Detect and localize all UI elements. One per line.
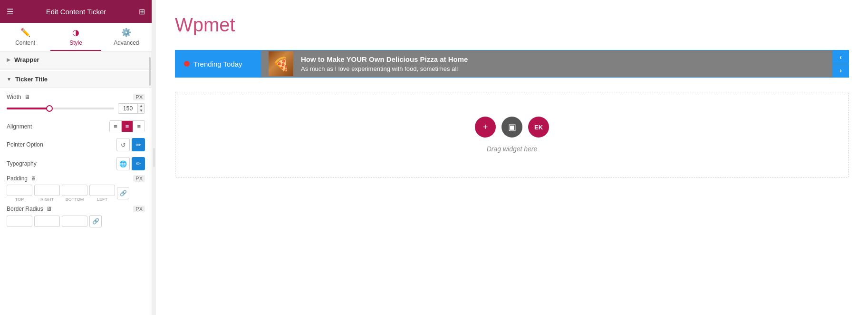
align-right-btn[interactable]: ≡ xyxy=(133,121,145,132)
add-widget-btn[interactable]: + xyxy=(475,117,496,138)
padding-left-label: LEFT xyxy=(97,197,107,202)
padding-left-box: 12 LEFT xyxy=(89,185,115,202)
ticker-next-btn[interactable]: › xyxy=(833,64,849,78)
folder-widget-btn[interactable]: ▣ xyxy=(502,117,522,138)
preview-title: Wpmet xyxy=(175,14,849,36)
padding-left-input[interactable]: 12 xyxy=(89,185,115,196)
ticker-title-section: ▼ Ticker Title Width 🖥 PX xyxy=(0,71,152,234)
alignment-buttons: ≡ ≡ ≡ xyxy=(109,120,145,132)
wrapper-section-label: Wrapper xyxy=(14,56,39,63)
drop-zone-buttons: + ▣ EK xyxy=(475,117,549,138)
slider-track xyxy=(7,108,114,109)
content-tab-icon: ✏️ xyxy=(20,28,30,38)
wrapper-section-header[interactable]: ▶ Wrapper xyxy=(0,51,152,69)
width-arrows: ▲ ▼ xyxy=(137,104,145,113)
wrapper-arrow-icon: ▶ xyxy=(7,57,10,62)
ticker-subtext: As much as I love experimenting with foo… xyxy=(301,65,468,72)
border-radius-label: Border Radius 🖥 xyxy=(7,206,52,212)
slider-fill xyxy=(7,108,49,109)
align-center-btn[interactable]: ≡ xyxy=(122,121,134,132)
ticker-title-label: Ticker Title xyxy=(15,76,48,83)
advanced-tab-icon: ⚙️ xyxy=(121,28,131,38)
width-unit-badge[interactable]: PX xyxy=(133,94,145,100)
ek-widget-btn[interactable]: EK xyxy=(528,117,549,138)
drop-label: Drag widget here xyxy=(487,145,538,153)
ticker-label-text: Trending Today xyxy=(193,60,242,68)
align-left-btn[interactable]: ≡ xyxy=(110,121,122,132)
alignment-row: Alignment ≡ ≡ ≡ xyxy=(0,118,152,135)
border-bottom-input[interactable] xyxy=(62,216,87,227)
border-top-input[interactable] xyxy=(7,216,32,227)
alignment-label: Alignment xyxy=(7,123,109,130)
typography-label: Typography xyxy=(7,160,116,167)
ticker-title-header[interactable]: ▼ Ticker Title xyxy=(0,71,152,88)
resize-handle[interactable] xyxy=(152,0,156,315)
padding-inputs: auto TOP 12 RIGHT auto BOTTOM 12 LEFT xyxy=(7,185,145,202)
divider-1 xyxy=(0,69,152,70)
alignment-controls: ≡ ≡ ≡ xyxy=(109,120,145,132)
ticker-dot-icon xyxy=(184,61,190,67)
tab-advanced-label: Advanced xyxy=(114,39,139,46)
typography-pencil-btn[interactable]: ✏ xyxy=(132,157,145,170)
border-monitor-icon: 🖥 xyxy=(46,206,52,212)
slider-thumb[interactable] xyxy=(46,105,53,112)
tab-style-label: Style xyxy=(69,39,82,46)
sidebar-scrollbar[interactable] xyxy=(149,57,151,86)
ticker-title-arrow-icon: ▼ xyxy=(7,77,11,82)
tab-advanced[interactable]: ⚙️ Advanced xyxy=(101,23,152,51)
ticker-label: Trending Today xyxy=(175,50,261,77)
typography-globe-btn[interactable]: 🌐 xyxy=(116,157,130,170)
width-arrow-up[interactable]: ▲ xyxy=(138,104,145,108)
width-label: Width 🖥 xyxy=(7,94,30,100)
grid-icon[interactable]: ⊞ xyxy=(139,7,145,16)
resize-handle-visual xyxy=(153,148,155,167)
sidebar-header: ☰ Edit Content Ticker ⊞ xyxy=(0,0,152,23)
padding-bottom-input[interactable]: auto xyxy=(62,185,87,196)
ticker-content: 🍕 How to Make YOUR Own Delicious Pizza a… xyxy=(261,50,832,77)
border-unit-badge[interactable]: PX xyxy=(133,206,145,212)
pointer-reset-btn[interactable]: ↺ xyxy=(116,138,130,151)
ticker-prev-btn[interactable]: ‹ xyxy=(833,50,849,64)
padding-unit-badge[interactable]: PX xyxy=(133,175,145,182)
width-slider[interactable] xyxy=(7,108,114,109)
padding-section: Padding 🖥 PX auto TOP 12 RIGHT au xyxy=(0,173,152,204)
padding-label: Padding 🖥 xyxy=(7,175,36,182)
border-link-btn[interactable]: 🔗 xyxy=(89,215,102,227)
width-value-input[interactable]: 150 xyxy=(118,104,137,113)
ticker-image: 🍕 xyxy=(269,51,293,76)
typography-row: Typography 🌐 ✏ xyxy=(0,154,152,173)
pointer-option-row: Pointer Option ↺ ✏ xyxy=(0,135,152,154)
hamburger-icon[interactable]: ☰ xyxy=(7,7,13,16)
padding-header: Padding 🖥 PX xyxy=(7,175,145,182)
style-tab-icon: ◑ xyxy=(72,28,79,38)
width-slider-row: 150 ▲ ▼ xyxy=(7,103,145,117)
page-title: Edit Content Ticker xyxy=(46,8,106,16)
width-arrow-down[interactable]: ▼ xyxy=(138,108,145,113)
padding-monitor-icon: 🖥 xyxy=(30,175,36,182)
padding-right-label: RIGHT xyxy=(40,197,54,202)
ticker-headline: How to Make YOUR Own Delicious Pizza at … xyxy=(301,55,468,63)
padding-bottom-label: BOTTOM xyxy=(66,197,84,202)
padding-top-input[interactable]: auto xyxy=(7,185,32,196)
tabs-bar: ✏️ Content ◑ Style ⚙️ Advanced xyxy=(0,23,152,51)
padding-right-input[interactable]: 12 xyxy=(34,185,60,196)
main-content: Wpmet Trending Today 🍕 How to Make YOUR … xyxy=(156,0,868,315)
border-right-input[interactable] xyxy=(34,216,60,227)
tab-style[interactable]: ◑ Style xyxy=(50,23,101,51)
pointer-option-controls: ↺ ✏ xyxy=(116,138,145,151)
padding-bottom-box: auto BOTTOM xyxy=(62,185,87,202)
sidebar: ☰ Edit Content Ticker ⊞ ✏️ Content ◑ Sty… xyxy=(0,0,152,315)
width-monitor-icon: 🖥 xyxy=(24,94,30,100)
pointer-option-label: Pointer Option xyxy=(7,141,116,148)
width-control: Width 🖥 PX 150 ▲ xyxy=(0,92,152,118)
pointer-edit-btn[interactable]: ✏ xyxy=(132,138,145,151)
width-number-input[interactable]: 150 ▲ ▼ xyxy=(118,103,145,114)
ticker-nav: ‹ › xyxy=(832,50,849,77)
border-inputs: 🔗 xyxy=(7,215,145,227)
padding-link-btn[interactable]: 🔗 xyxy=(117,187,129,199)
tab-content[interactable]: ✏️ Content xyxy=(0,23,50,51)
border-header: Border Radius 🖥 PX xyxy=(7,206,145,212)
typography-controls: 🌐 ✏ xyxy=(116,157,145,170)
border-radius-section: Border Radius 🖥 PX 🔗 xyxy=(0,204,152,229)
ticker-bar: Trending Today 🍕 How to Make YOUR Own De… xyxy=(175,50,849,78)
